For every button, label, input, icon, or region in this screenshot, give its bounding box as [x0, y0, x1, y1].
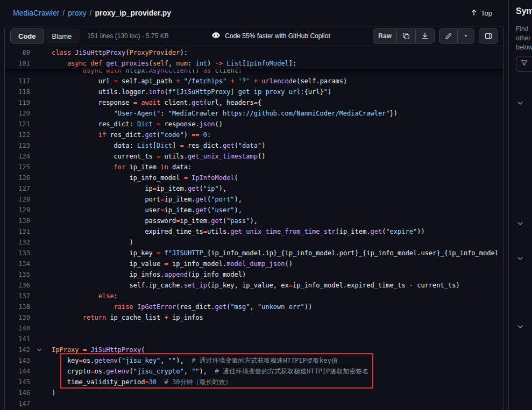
line-number[interactable]: 136 — [5, 280, 30, 291]
code-line-text: port=ip_item.get("port"), — [30, 194, 242, 205]
line-number[interactable]: 140 — [5, 323, 30, 334]
chevron-down-icon — [463, 33, 469, 39]
line-number[interactable]: 142 — [5, 344, 30, 355]
code-line-text — [30, 398, 52, 409]
edit-dropdown-button[interactable] — [457, 28, 474, 44]
line-number[interactable]: 146 — [5, 387, 30, 398]
line-number[interactable]: 133 — [5, 248, 30, 258]
code-line: 132 ) — [5, 237, 503, 248]
code-line: 147 — [5, 398, 503, 409]
scroll-to-top-button[interactable]: Top — [470, 8, 492, 18]
code-line-text: class JiSuHttpProxy(ProxyProvider): — [30, 47, 188, 58]
code-line-text: utils.logger.info(f"[JiSuHttpProxy] get … — [30, 87, 331, 97]
symbols-panel-hint: Find other below — [516, 25, 532, 52]
code-line-text: ip_infos.append(ip_info_model) — [30, 269, 246, 280]
code-line: 145 time_validity_period=30 # 30分钟（最长时效） — [5, 377, 503, 387]
line-number[interactable]: 141 — [5, 334, 30, 344]
code-lines: 117 url = self.api_path + "/fetchips" + … — [5, 76, 503, 409]
panel-toggle-button[interactable] — [479, 28, 498, 44]
code-line-text: ) — [30, 387, 55, 398]
panel-group — [479, 28, 498, 44]
line-number[interactable]: 121 — [5, 119, 30, 130]
raw-copy-download-group: Raw — [373, 28, 435, 44]
code-line-text: user=ip_item.get("user"), — [30, 205, 242, 215]
code-line: 130 password=ip_item.get("pass"), — [5, 215, 503, 226]
code-line-text: time_validity_period=30 # 30分钟（最长时效） — [30, 377, 231, 387]
scroll-to-top-label: Top — [481, 9, 492, 17]
line-number[interactable]: 127 — [5, 183, 30, 194]
symbol-collapse-chevron-icon[interactable] — [516, 219, 524, 228]
line-number[interactable]: 118 — [5, 87, 30, 97]
raw-button[interactable]: Raw — [373, 28, 397, 44]
line-number[interactable]: 80 — [5, 47, 30, 58]
line-number[interactable]: 117 — [5, 76, 30, 87]
code-line-text: password=ip_item.get("pass"), — [30, 215, 258, 226]
line-number[interactable]: 122 — [5, 130, 30, 140]
code-line-text: else: — [30, 291, 118, 301]
code-line: 129 user=ip_item.get("user"), — [5, 205, 503, 215]
code-line: 125 for ip_item in data: — [5, 162, 503, 172]
code-line-text: "User-Agent": "MediaCrawler https://gith… — [30, 108, 398, 119]
line-number[interactable]: 134 — [5, 258, 30, 269]
line-number[interactable]: 138 — [5, 301, 30, 312]
code-line: 140 — [5, 323, 503, 334]
line-number[interactable]: 120 — [5, 108, 30, 119]
code-line-text: crypto=os.getenv("jisu_crypto", ""), # 通… — [30, 366, 368, 377]
symbol-collapse-chevron-icon[interactable] — [516, 254, 524, 263]
line-number[interactable]: 101 — [5, 58, 30, 69]
code-line-text: if res_dict.get("code") == 0: — [30, 130, 211, 140]
line-number[interactable]: 119 — [5, 97, 30, 108]
code-line-text: async def get_proxies(self, num: int) ->… — [30, 58, 296, 69]
code-line: 119 response = await client.get(url, hea… — [5, 97, 503, 108]
edit-group — [439, 28, 474, 44]
code-line: 123 data: List[Dict] = res_dict.get("dat… — [5, 140, 503, 151]
code-line-text: raise IpGetError(res_dict.get("msg", "un… — [30, 301, 312, 312]
code-line: 143 key=os.getenv("jisu_key", ""), # 通过环… — [5, 355, 503, 366]
line-number[interactable]: 145 — [5, 377, 30, 387]
tab-blame[interactable]: Blame — [44, 28, 80, 44]
code-line: 137 else: — [5, 291, 503, 301]
symbols-filter-input[interactable] — [516, 56, 532, 72]
line-number[interactable]: 124 — [5, 151, 30, 162]
copilot-badge[interactable]: Code 55% faster with GitHub Copilot — [211, 31, 330, 41]
line-number[interactable]: 126 — [5, 172, 30, 183]
tab-code[interactable]: Code — [10, 28, 44, 44]
collapse-chevron-icon[interactable] — [36, 346, 42, 356]
breadcrumb-separator: / — [89, 9, 91, 17]
edit-button[interactable] — [439, 28, 458, 44]
line-number[interactable]: 143 — [5, 355, 30, 366]
line-number[interactable]: 137 — [5, 291, 30, 301]
code-line-text: key=os.getenv("jisu_key", ""), # 通过环境变量的… — [30, 355, 338, 366]
breadcrumb-repo-link[interactable]: MediaCrawler — [13, 9, 59, 17]
line-number[interactable]: 125 — [5, 162, 30, 172]
line-number[interactable]: 129 — [5, 205, 30, 215]
line-number[interactable]: 130 — [5, 215, 30, 226]
line-number[interactable]: 139 — [5, 312, 30, 323]
line-number[interactable]: 123 — [5, 140, 30, 151]
line-number[interactable]: 144 — [5, 366, 30, 377]
download-button[interactable] — [415, 28, 435, 44]
symbol-collapse-chevron-icon[interactable] — [516, 322, 524, 331]
breadcrumb-file-name: proxy_ip_provider.py — [95, 9, 171, 17]
line-number[interactable]: 128 — [5, 194, 30, 205]
code-blame-switcher: Code Blame — [10, 28, 80, 44]
breadcrumb-folder-link[interactable]: proxy — [68, 9, 86, 17]
code-line: 124 current_ts = utils.get_unix_timestam… — [5, 151, 503, 162]
code-line: 126 ip_info_model = IpInfoModel( — [5, 172, 503, 183]
file-toolbar: Code Blame 151 lines (130 loc) · 5.75 KB… — [4, 26, 504, 46]
code-line: 138 raise IpGetError(res_dict.get("msg",… — [5, 301, 503, 312]
code-line-clipped: 116 async with httpx.AsyncClient() as cl… — [5, 69, 503, 76]
copy-button[interactable] — [396, 28, 416, 44]
symbol-collapse-chevron-icon[interactable] — [516, 99, 524, 107]
code-line-text: data: List[Dict] = res_dict.get("data") — [30, 140, 265, 151]
code-line-text: response = await client.get(url, headers… — [30, 97, 261, 108]
line-number[interactable]: 135 — [5, 269, 30, 280]
code-view-main: MediaCrawler / proxy / proxy_ip_provider… — [0, 0, 508, 410]
line-number[interactable]: 147 — [5, 398, 30, 409]
line-number[interactable]: 131 — [5, 226, 30, 237]
copy-icon — [402, 32, 410, 40]
file-info: 151 lines (130 loc) · 5.75 KB — [87, 32, 168, 40]
symbols-panel: Sym Find other below — [508, 0, 532, 410]
code-line-text: IpProxy = JiSuHttpProxy( — [30, 344, 145, 355]
line-number[interactable]: 132 — [5, 237, 30, 248]
